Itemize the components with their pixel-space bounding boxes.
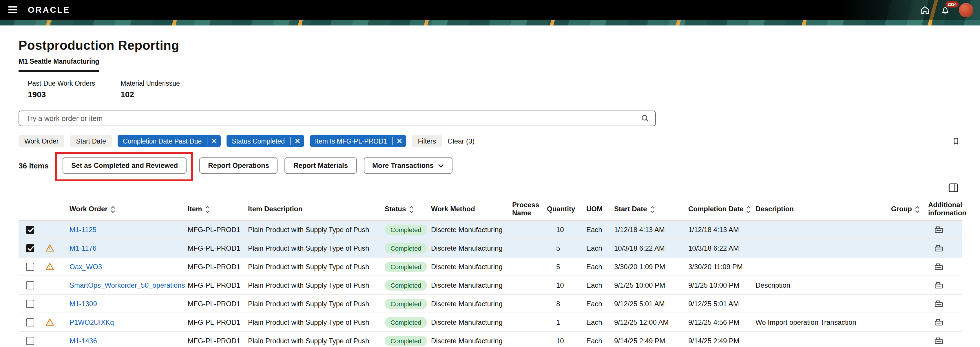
row-checkbox[interactable] <box>26 244 34 252</box>
row-checkbox[interactable] <box>26 337 34 345</box>
table-row[interactable]: M1-1436 MFG-PL-PROD1 Plain Product with … <box>19 332 961 347</box>
cell-item-description: Plain Product with Supply Type of Push <box>248 263 385 271</box>
cell-work-method: Discrete Manufacturing <box>431 318 512 326</box>
additional-info-icon[interactable] <box>934 280 964 290</box>
chip-item-is-mfg-pl-prod1[interactable]: Item Is MFG-PL-PROD1 <box>310 135 406 147</box>
status-badge: Completed <box>385 243 427 253</box>
col-completion-date[interactable]: Completion Date <box>688 205 756 213</box>
cell-item-description: Plain Product with Supply Type of Push <box>248 337 385 345</box>
additional-info-icon[interactable] <box>934 225 964 235</box>
global-header: ORACLE 2314 <box>0 0 980 25</box>
work-order-link[interactable]: P1WO2UIXKq <box>70 318 114 326</box>
row-checkbox[interactable] <box>26 299 34 307</box>
additional-info-icon[interactable] <box>934 317 964 327</box>
additional-info-icon[interactable] <box>934 243 964 253</box>
cell-work-method: Discrete Manufacturing <box>431 263 512 271</box>
bookmark-icon[interactable] <box>950 135 961 147</box>
infolet-material-underissue[interactable]: Material Underissue 102 <box>121 80 180 99</box>
row-checkbox[interactable] <box>26 225 34 234</box>
warning-icon <box>45 318 54 326</box>
avatar[interactable] <box>959 3 973 17</box>
report-materials-button[interactable]: Report Materials <box>285 157 356 174</box>
sort-icon[interactable] <box>409 205 414 213</box>
cell-start-date: 10/3/18 6:22 AM <box>614 244 688 252</box>
remove-filter-icon[interactable] <box>291 138 304 144</box>
additional-info-icon[interactable] <box>934 336 964 345</box>
filters-button[interactable]: Filters <box>412 135 442 147</box>
col-description: Description <box>756 205 891 213</box>
chip-work-order[interactable]: Work Order <box>19 135 64 147</box>
col-process-name: Process Name <box>512 201 547 217</box>
infolet-past-due-work-orders[interactable]: Past-Due Work Orders 1903 <box>28 80 95 99</box>
cell-item: MFG-PL-PROD1 <box>188 337 248 345</box>
set-completed-reviewed-button[interactable]: Set as Completed and Reviewed <box>62 157 186 174</box>
cell-quantity: 5 <box>547 244 586 252</box>
row-checkbox[interactable] <box>26 318 34 326</box>
more-transactions-menu-button[interactable]: More Transactions <box>364 157 452 174</box>
col-item[interactable]: Item <box>188 205 248 213</box>
table-row[interactable]: M1-1125 MFG-PL-PROD1 Plain Product with … <box>19 220 961 239</box>
row-checkbox[interactable] <box>26 281 34 289</box>
row-checkbox[interactable] <box>26 263 34 271</box>
notifications-bell-icon[interactable]: 2314 <box>938 3 952 17</box>
work-order-link[interactable]: Oax_WO3 <box>70 263 102 271</box>
col-work-order[interactable]: Work Order <box>70 205 188 213</box>
app-root: ORACLE 2314 Postproduction Reporting M1 … <box>0 0 980 347</box>
org-tab[interactable]: M1 Seattle Manufacturing <box>19 58 99 72</box>
chip-start-date[interactable]: Start Date <box>70 135 112 147</box>
cell-start-date: 9/14/25 2:49 PM <box>614 337 688 345</box>
sort-icon[interactable] <box>205 205 210 213</box>
table-row[interactable]: M1-1309 MFG-PL-PROD1 Plain Product with … <box>19 295 961 313</box>
cell-start-date: 9/12/25 5:01 AM <box>614 299 688 307</box>
cell-completion-date: 9/1/25 10:00 PM <box>688 281 756 289</box>
col-work-method: Work Method <box>431 205 512 213</box>
notification-badge: 2314 <box>945 1 959 8</box>
work-order-link[interactable]: M1-1309 <box>70 299 97 307</box>
remove-filter-icon[interactable] <box>207 138 221 144</box>
work-order-link[interactable]: M1-1436 <box>70 337 97 345</box>
filter-chips-row: Work Order Start Date Completion Date Pa… <box>19 135 961 147</box>
remove-filter-icon[interactable] <box>393 138 406 144</box>
sort-icon[interactable] <box>746 205 751 213</box>
status-badge: Completed <box>385 298 427 309</box>
clear-filters-link[interactable]: Clear (3) <box>447 137 474 145</box>
col-group[interactable]: Group <box>891 205 928 213</box>
col-status[interactable]: Status <box>385 205 431 213</box>
chip-status-completed[interactable]: Status Completed <box>226 135 304 147</box>
additional-info-icon[interactable] <box>934 299 964 309</box>
table-row[interactable]: SmartOps_Workorder_50_operations MFG-PL-… <box>19 276 961 295</box>
additional-info-icon[interactable] <box>934 261 964 271</box>
cell-start-date: 1/12/18 4:13 AM <box>614 225 688 234</box>
org-tab-label: M1 Seattle Manufacturing <box>19 58 99 65</box>
cell-uom: Each <box>586 281 614 289</box>
cell-completion-date: 9/12/25 4:56 PM <box>688 318 756 326</box>
table-row[interactable]: M1-1176 MFG-PL-PROD1 Plain Product with … <box>19 239 961 258</box>
cell-description: Description <box>756 281 891 289</box>
work-order-link[interactable]: M1-1176 <box>70 244 97 252</box>
cell-uom: Each <box>586 299 614 307</box>
work-order-link[interactable]: M1-1125 <box>70 225 97 234</box>
menu-icon[interactable] <box>6 4 20 16</box>
chip-completion-date-past-due[interactable]: Completion Date Past Due <box>118 135 221 147</box>
report-operations-button[interactable]: Report Operations <box>199 157 278 174</box>
home-icon[interactable] <box>918 3 932 17</box>
status-badge: Completed <box>385 317 427 327</box>
col-start-date[interactable]: Start Date <box>614 205 688 213</box>
search-icon[interactable] <box>641 114 649 123</box>
work-order-link[interactable]: SmartOps_Workorder_50_operations <box>70 281 185 289</box>
table-row[interactable]: Oax_WO3 MFG-PL-PROD1 Plain Product with … <box>19 258 961 276</box>
more-transactions-label: More Transactions <box>372 162 434 170</box>
columns-panel-icon[interactable] <box>946 181 960 195</box>
search-input[interactable] <box>25 114 641 123</box>
work-orders-table: Work Order Item Item Description Status … <box>19 198 961 347</box>
sort-icon[interactable] <box>915 205 920 213</box>
status-badge: Completed <box>385 224 427 235</box>
infolet-label: Past-Due Work Orders <box>28 80 95 87</box>
sort-icon[interactable] <box>111 205 115 213</box>
sort-icon[interactable] <box>650 205 654 213</box>
col-uom: UOM <box>586 205 614 213</box>
cell-quantity: 10 <box>547 337 586 345</box>
table-row[interactable]: P1WO2UIXKq MFG-PL-PROD1 Plain Product wi… <box>19 313 961 332</box>
annotated-button-wrapper: Set as Completed and Reviewed <box>62 157 186 174</box>
cell-completion-date: 3/30/20 11:09 PM <box>688 263 756 271</box>
